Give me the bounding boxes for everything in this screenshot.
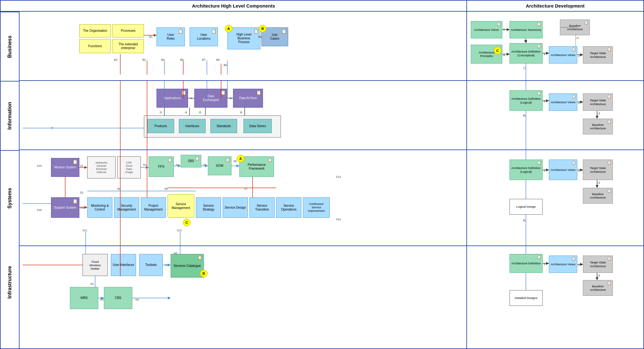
rbox-target-state-i: Target State Architecture 📋	[583, 93, 613, 111]
label-s9: S9	[117, 187, 120, 190]
label-s8: S8	[164, 187, 168, 190]
label-infrastructure: Infrastructure	[1, 246, 19, 318]
rbox-baseline-arch-infra: Baseline Architecture 📋	[583, 280, 613, 296]
rbox-target-state-s: Target State Architecture 📋	[583, 160, 613, 180]
box-data-exchanged: DataExchanged 📋	[194, 89, 227, 108]
label-s15: S15	[37, 164, 42, 167]
label-information: Information	[1, 81, 19, 150]
row-labels: Business Information Systems Infrastruct…	[1, 12, 20, 348]
box-service-mgmt: Service Management	[168, 194, 194, 218]
label-n3: N3	[100, 298, 104, 301]
rbox-arch-vision: Architecture Vision 📋	[471, 21, 502, 38]
box-service-operations: Service Operations	[276, 197, 301, 218]
rbox-target-state-b: Target State Architecture 📋	[583, 46, 613, 64]
rbox-arch-views-s: Architecture Views 📋	[549, 160, 577, 180]
box-wbs: WBS	[70, 287, 98, 309]
box-hlbp: High LevelBusinessProcess 📋	[227, 27, 260, 49]
badge-C-right: C	[494, 47, 501, 54]
main-diagram: The Organisation Processes Functions The…	[20, 12, 467, 348]
box-sow: SOW 📋	[208, 156, 231, 175]
box-data-stores: Data Stores	[243, 119, 272, 133]
label-i4: I4	[185, 111, 187, 114]
rbox-arch-def-infra: Architecture Definition 📋	[510, 254, 543, 273]
box-extended-enterprise: The extended enterprise	[112, 39, 144, 53]
box-service-design: Service Design	[223, 197, 248, 218]
box-service-transition: Service Transition	[249, 197, 275, 218]
box-organisation: The Organisation	[79, 24, 111, 37]
box-fps: FPS 📋	[149, 156, 174, 177]
information-section: Applications 📋 I1 DataExchanged 📋 I2 Dat…	[20, 81, 466, 150]
box-performance-framework: PerformanceFramework 📋	[239, 156, 274, 177]
label-b3: B3	[114, 58, 117, 61]
label-i2: I2	[230, 97, 232, 100]
infrastructure-section: FixedWirelessMobile User Interfaces Tool…	[20, 246, 466, 318]
box-products: Products	[147, 119, 174, 133]
label-i1: I1	[190, 97, 192, 100]
box-user-roles: UserRoles 📋	[157, 27, 185, 46]
box-project-mgmt: Project Management	[141, 197, 166, 218]
main-container: Architecture High Level Components Archi…	[0, 0, 644, 349]
content-area: Business Information Systems Infrastruct…	[1, 12, 643, 348]
box-data-at-rest: Data At Rest 📋	[233, 89, 263, 108]
box-monitoring: Monitoring & Control	[87, 197, 112, 218]
label-b2: B2	[258, 35, 261, 38]
box-security-mgmt: Security Management	[114, 197, 139, 218]
label-n2: N2	[165, 263, 168, 267]
label-s6: S6	[233, 160, 237, 163]
box-continuous-svc: Continuous Service Improvement	[303, 197, 330, 218]
right-header-title: Architecture Development	[467, 1, 643, 11]
right-info-arrows	[467, 81, 643, 149]
rbox-detailed-designs: Detailed Designs	[510, 290, 543, 306]
badge-B-business: B	[259, 25, 266, 32]
label-s2: S2	[80, 191, 83, 194]
box-sbs: SBS 📋	[181, 155, 201, 167]
rbox-arch-def-logical-info: Architecture Definition (Logical) 📋	[510, 90, 543, 111]
rbox-logical-design: Logical Design	[510, 199, 543, 215]
rbox-target-state-infra: Target State Architecture 📋	[583, 256, 613, 273]
right-panel: Architecture Vision 📋 5→ Architecture Ta…	[467, 12, 643, 348]
label-business: Business	[1, 12, 19, 81]
box-functions: Functions	[79, 39, 111, 53]
box-standards: Standards	[210, 119, 237, 133]
right-infrastructure: Architecture Definition 📋 3→ Architectur…	[467, 246, 643, 318]
box-cbs: CBS	[104, 287, 132, 309]
label-s5: S5	[203, 163, 206, 166]
badge-A-business: A	[225, 25, 232, 32]
rbox-arch-views-infra: Architecture Views 📋	[549, 256, 577, 273]
box-services-catalogue: Services Catalogue 📋	[171, 254, 204, 278]
rbox-arch-def-conceptual: Architecture Definition (Conceptual) 📋	[510, 43, 543, 64]
box-mission-system: Mission System 📋	[51, 158, 79, 177]
label-b9: B9	[216, 58, 219, 61]
label-b1: B1	[149, 35, 152, 38]
rbox-baseline-arch-s: Baseline Architecture 📋	[583, 188, 613, 204]
box-interfaces: Interfaces	[179, 119, 206, 133]
label-b5: B5	[161, 58, 164, 61]
rbox-arch-def-logical-sys: Architecture Definition (Logical) 📋	[510, 160, 543, 180]
label-n5: N5	[174, 252, 177, 255]
label-i6: I6	[240, 111, 242, 114]
badge-A-systems: A	[237, 155, 244, 162]
rbox-arch-views-b: Architecture Views 📋	[549, 46, 577, 64]
right-information: Architecture Definition (Logical) 📋 3→ A…	[467, 81, 643, 150]
label-s4: S4	[176, 163, 179, 166]
badge-B-infra: B	[200, 270, 208, 277]
right-systems: Architecture Definition (Logical) 📋 3→ A…	[467, 150, 643, 246]
label-s14: S14	[336, 218, 341, 221]
label-n1: N1	[90, 282, 94, 285]
label-s3: S3	[143, 163, 146, 166]
label-s11: S11	[83, 229, 87, 232]
box-toolsets: Toolsets	[139, 254, 163, 276]
top-header: Architecture High Level Components Archi…	[1, 1, 643, 12]
systems-section: Mission System 📋 S1 S15 NetworksIntranet…	[20, 150, 466, 246]
label-b7: B7	[202, 58, 205, 61]
label-i5: I5	[199, 111, 201, 114]
rbox-arch-taxonomy: Architecture Taxonomy 📋	[510, 21, 543, 38]
box-processes: Processes	[112, 24, 144, 37]
label-b4: B4	[142, 58, 145, 61]
rbox-arch-views-i: Architecture Views 📋	[549, 93, 577, 111]
left-header-title: Architecture High Level Components	[1, 1, 467, 11]
label-s13: S13	[336, 175, 341, 178]
label-b8: B8	[224, 64, 227, 67]
box-support-system: Support System 📋	[51, 197, 79, 218]
box-user-locations: UserLocations 📋	[190, 27, 218, 46]
